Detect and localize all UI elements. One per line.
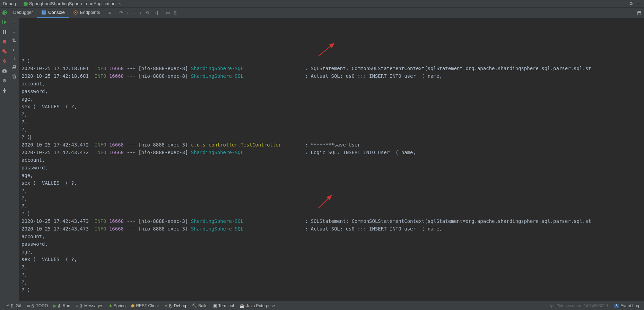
log-line: 2020-10-25 17:42:43.473 INFO 16668 --- […	[21, 217, 642, 225]
drop-frame-icon[interactable]: ⟲	[145, 10, 149, 15]
debug-icon: ✱	[164, 303, 168, 308]
rest-label: REST Client	[136, 303, 159, 308]
event-log-badge: 3	[614, 304, 619, 308]
log-line: ?,	[21, 187, 642, 194]
rest-icon: ⬢	[131, 303, 134, 308]
log-line: ? )	[21, 57, 642, 65]
force-step-into-icon[interactable]: ⤓	[132, 10, 136, 15]
tool-git[interactable]: ⎇ 9: Git	[2, 303, 24, 308]
log-line: password,	[21, 164, 642, 171]
terminal-icon: ▣	[213, 303, 217, 308]
resume-icon[interactable]	[2, 19, 7, 25]
tool-build[interactable]: 🔨 Build	[189, 303, 210, 308]
watermark-url: https://blog.csdn.net/u014553029	[546, 303, 608, 308]
top-bar: Debug: SpringbootShardingSphereLoadAppli…	[0, 0, 644, 8]
stop-icon[interactable]	[2, 39, 7, 44]
tab-debugger[interactable]: Debugger	[9, 8, 37, 18]
pause-icon[interactable]	[2, 29, 7, 35]
mute-breakpoints-icon[interactable]	[2, 58, 7, 64]
step-over-icon[interactable]: ↷	[119, 10, 123, 15]
debug-label: Debug:	[3, 1, 17, 6]
log-line: 2020-10-25 17:42:18.601 INFO 16668 --- […	[21, 65, 642, 72]
terminal-label: Terminal	[218, 303, 234, 308]
todo-icon: ≣	[27, 303, 30, 308]
log-line: sex ) VALUES ( ?,	[21, 103, 642, 110]
log-line: ?,	[21, 110, 642, 118]
run-to-cursor-icon[interactable]: →|	[153, 10, 158, 15]
log-line: password,	[21, 240, 642, 248]
tool-rest[interactable]: ⬢ REST Client	[128, 303, 162, 308]
console-icon	[41, 10, 46, 15]
tab-console[interactable]: Console	[37, 8, 69, 18]
log-line: account,	[21, 156, 642, 164]
up-stack-icon[interactable]: ↑	[13, 19, 15, 25]
log-line: ?,	[21, 202, 642, 210]
event-log[interactable]: 3 Event Log	[611, 303, 642, 308]
rerun-icon[interactable]	[2, 10, 7, 15]
tool-run[interactable]: ▶ 4: Run	[51, 303, 73, 308]
tab-endpoints-label: Endpoints	[80, 10, 100, 15]
filter-icon[interactable]: ⇅	[12, 37, 16, 43]
endpoints-icon	[73, 10, 78, 15]
run-config-tab[interactable]: SpringbootShardingSphereLoadApplication …	[24, 1, 121, 6]
layout-settings-icon[interactable]: ⬒	[637, 10, 644, 15]
view-breakpoints-icon[interactable]	[2, 49, 7, 54]
tool-debug[interactable]: ✱ 5: Debug	[162, 303, 189, 308]
svg-rect-3	[3, 40, 6, 43]
log-line: account,	[21, 80, 642, 87]
event-log-label: Event Log	[620, 303, 639, 308]
log-line: account,	[21, 233, 642, 240]
log-line: ? )	[21, 210, 642, 217]
tool-terminal[interactable]: ▣ Terminal	[210, 303, 237, 308]
svg-point-4	[2, 49, 5, 52]
svg-point-5	[5, 51, 7, 53]
evaluate-icon[interactable]: ▭	[166, 10, 170, 15]
step-into-icon[interactable]: ↓	[127, 10, 129, 15]
print-icon[interactable]: 🖶	[12, 65, 17, 70]
show-exec-point-icon[interactable]: ≡	[108, 10, 111, 15]
todo-label: 6: TODO	[32, 303, 48, 308]
build-icon: 🔨	[192, 303, 197, 308]
annotation-arrow-1	[316, 41, 337, 58]
log-line: 2020-10-25 17:42:43.472 INFO 16668 --- […	[21, 149, 642, 156]
down-stack-icon[interactable]: ↓	[13, 28, 15, 34]
trace-icon[interactable]: ⎘	[174, 10, 176, 15]
messages-icon: ≡	[76, 303, 78, 308]
log-line: ?,	[21, 263, 642, 271]
log-line: ? )	[21, 133, 642, 141]
svg-rect-0	[2, 20, 3, 24]
console-output[interactable]: ? )2020-10-25 17:42:18.601 INFO 16668 --…	[19, 18, 644, 301]
close-tab-icon[interactable]: ×	[118, 1, 121, 6]
log-line: sex ) VALUES ( ?,	[21, 179, 642, 187]
step-out-icon[interactable]: ↑	[139, 10, 142, 15]
settings-icon[interactable]: ⚙	[2, 78, 7, 83]
soft-wrap-icon[interactable]: ↲	[12, 47, 16, 52]
gear-icon[interactable]: ⚙	[629, 1, 633, 6]
git-label: 9: Git	[11, 303, 21, 308]
log-line: password,	[21, 87, 642, 95]
svg-rect-9	[3, 69, 6, 70]
log-line: ?,	[21, 278, 642, 286]
log-line: 2020-10-25 17:42:43.472 INFO 16668 --- […	[21, 141, 642, 149]
tool-spring[interactable]: ❀ Spring	[106, 303, 129, 308]
run-label: 4: Run	[58, 303, 70, 308]
svg-rect-11	[42, 10, 46, 15]
tool-messages[interactable]: ≡ 0: Messages	[73, 303, 106, 308]
javaee-label: Java Enterprise	[246, 303, 275, 308]
svg-point-13	[75, 12, 76, 13]
tool-todo[interactable]: ≣ 6: TODO	[24, 303, 51, 308]
log-line: age,	[21, 171, 642, 179]
spring-label: Spring	[114, 303, 126, 308]
pin-icon[interactable]	[2, 87, 7, 93]
scroll-end-icon[interactable]: ⤓	[12, 56, 16, 61]
minimize-icon[interactable]: —	[637, 1, 641, 6]
divider2: |	[162, 10, 163, 15]
tool-javaee[interactable]: ☕ Java Enterprise	[237, 303, 278, 308]
step-toolbar: ≡ | ↷ ↓ ⤓ ↑ ⟲ →| | ▭ ⎘	[108, 10, 177, 15]
tab-endpoints[interactable]: Endpoints	[69, 8, 104, 18]
clear-icon[interactable]: 🗑	[12, 74, 17, 79]
log-line: ? )	[21, 286, 642, 294]
tab-console-label: Console	[48, 10, 65, 15]
camera-icon[interactable]	[2, 68, 7, 74]
svg-point-10	[4, 70, 5, 72]
